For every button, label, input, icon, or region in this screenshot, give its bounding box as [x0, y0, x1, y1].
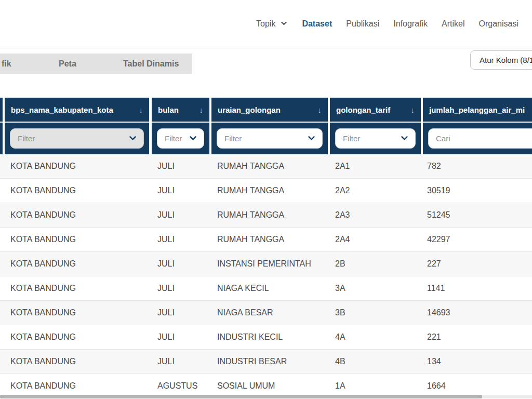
nav-item-infografik[interactable]: Infografik	[393, 19, 428, 29]
tab-grafik[interactable]: fik	[2, 54, 11, 74]
nav-item-artikel[interactable]: Artikel	[442, 19, 464, 29]
nav-item-dataset[interactable]: Dataset	[302, 19, 332, 29]
tab-tabel-dinamis[interactable]: Tabel Dinamis	[123, 54, 179, 74]
table-row: KOTA BANDUNGJULINIAGA KECIL3A1141	[0, 276, 532, 301]
filter-dropdown-kabupaten-kota[interactable]: Filter	[10, 128, 144, 149]
column-header-label: bps_nama_kabupaten_kota	[11, 105, 113, 114]
nav-item-label: Topik	[256, 19, 275, 29]
view-tabbar: fik Peta Tabel Dinamis	[0, 54, 192, 74]
nav-item-label: Dataset	[302, 19, 332, 29]
table-cell: KOTA BANDUNG	[0, 203, 152, 227]
chevron-down-icon	[307, 134, 316, 144]
table-cell: 2A2	[330, 179, 423, 203]
sort-descending-icon[interactable]: ↓	[318, 105, 322, 114]
chevron-down-icon	[280, 19, 288, 29]
column-header-uraian-golongan[interactable]: uraian_golongan ↓	[211, 98, 328, 122]
table-cell: JULI	[152, 154, 211, 178]
column-header-label: golongan_tarif	[336, 105, 390, 114]
nav-item-label: Infografik	[393, 19, 428, 29]
sort-descending-icon[interactable]: ↓	[139, 105, 143, 114]
table-cell: 51245	[423, 203, 532, 227]
dataset-page: Topik Dataset Publikasi Infografik Artik…	[0, 0, 532, 399]
table-cell: KOTA BANDUNG	[0, 154, 152, 178]
table-cell: 3A	[330, 276, 423, 300]
table-cell: JULI	[152, 252, 211, 276]
table-row: KOTA BANDUNGJULIRUMAH TANGGA2A230519	[0, 179, 532, 203]
filter-placeholder: Filter	[343, 134, 360, 143]
table-cell: 221	[423, 325, 532, 349]
table-cell: JULI	[152, 301, 211, 325]
sort-descending-icon[interactable]: ↓	[200, 105, 204, 114]
filter-placeholder: Filter	[165, 134, 182, 143]
table-header-cell-clipped	[0, 98, 3, 122]
horizontal-scrollbar-track[interactable]	[0, 395, 532, 398]
table-cell: 782	[423, 154, 532, 178]
table-cell: NIAGA KECIL	[211, 276, 330, 300]
table-cell: 134	[423, 350, 532, 374]
table-cell: INDUSTRI KECIL	[211, 325, 330, 349]
table-row: KOTA BANDUNGJULIINSTANSI PEMERINTAH2B227	[0, 252, 532, 276]
table-body: KOTA BANDUNGJULIRUMAH TANGGA2A1782KOTA B…	[0, 154, 532, 398]
table-cell: 2B	[330, 252, 423, 276]
table-row: KOTA BANDUNGJULINIAGA BESAR3B14693	[0, 301, 532, 325]
table-cell: JULI	[152, 276, 211, 300]
table-cell: KOTA BANDUNG	[0, 276, 152, 300]
column-header-bulan[interactable]: bulan ↓	[152, 98, 209, 122]
table-cell: NIAGA BESAR	[211, 301, 330, 325]
filter-cell-clipped	[0, 123, 3, 154]
nav-item-publikasi[interactable]: Publikasi	[346, 19, 379, 29]
table-cell: JULI	[152, 350, 211, 374]
search-input-jumlah-pelanggan[interactable]	[428, 128, 532, 149]
table-cell: 3B	[330, 301, 423, 325]
table-cell: KOTA BANDUNG	[0, 179, 152, 203]
nav-divider	[0, 48, 532, 48]
column-header-bps-nama-kabupaten-kota[interactable]: bps_nama_kabupaten_kota ↓	[5, 98, 149, 122]
column-header-golongan-tarif[interactable]: golongan_tarif ↓	[330, 98, 421, 122]
filter-dropdown-bulan[interactable]: Filter	[157, 128, 204, 149]
chevron-down-icon	[400, 134, 409, 144]
table-row: KOTA BANDUNGJULIRUMAH TANGGA2A351245	[0, 203, 532, 228]
table-cell: 42297	[423, 228, 532, 251]
sort-descending-icon[interactable]: ↓	[411, 105, 415, 114]
table-cell: 2A4	[330, 228, 423, 251]
top-navigation: Topik Dataset Publikasi Infografik Artik…	[0, 0, 518, 48]
nav-item-organisasi[interactable]: Organisasi	[479, 19, 518, 29]
filter-placeholder: Filter	[18, 134, 35, 143]
table-cell: 2A1	[330, 154, 423, 178]
horizontal-scrollbar-thumb[interactable]	[0, 395, 482, 398]
table-cell: JULI	[152, 325, 211, 349]
chevron-down-icon	[189, 134, 197, 144]
column-header-jumlah-pelanggan-air[interactable]: jumlah_pelanggan_air_mi	[423, 98, 532, 122]
column-header-label: bulan	[158, 105, 179, 114]
tab-peta[interactable]: Peta	[59, 54, 76, 74]
table-cell: JULI	[152, 228, 211, 251]
column-header-label: uraian_golongan	[218, 105, 281, 114]
nav-item-label: Organisasi	[479, 19, 518, 29]
table-cell: RUMAH TANGGA	[211, 203, 330, 227]
table-row: KOTA BANDUNGJULIINDUSTRI BESAR4B134	[0, 350, 532, 374]
table-cell: KOTA BANDUNG	[0, 350, 152, 374]
table-row: KOTA BANDUNGJULIRUMAH TANGGA2A1782	[0, 154, 532, 179]
table-cell: INSTANSI PEMERINTAH	[211, 252, 330, 276]
table-cell: 30519	[423, 179, 532, 203]
filter-dropdown-uraian-golongan[interactable]: Filter	[217, 128, 323, 149]
table-cell: 14693	[423, 301, 532, 325]
table-cell: RUMAH TANGGA	[211, 228, 330, 251]
filter-placeholder: Filter	[224, 134, 242, 143]
nav-item-topik[interactable]: Topik	[256, 19, 288, 29]
table-row: KOTA BANDUNGJULIRUMAH TANGGA2A442297	[0, 228, 532, 252]
table-cell: 4A	[330, 325, 423, 349]
table-cell: KOTA BANDUNG	[0, 325, 152, 349]
table-cell: JULI	[152, 179, 211, 203]
filter-dropdown-golongan-tarif[interactable]: Filter	[335, 128, 416, 149]
table-cell: KOTA BANDUNG	[0, 228, 152, 251]
table-cell: RUMAH TANGGA	[211, 179, 330, 203]
nav-item-label: Publikasi	[346, 19, 379, 29]
table-cell: KOTA BANDUNG	[0, 252, 152, 276]
table-row: KOTA BANDUNGJULIINDUSTRI KECIL4A221	[0, 325, 532, 350]
table-cell: RUMAH TANGGA	[211, 154, 330, 178]
table-cell: 227	[423, 252, 532, 276]
table-cell: KOTA BANDUNG	[0, 301, 152, 325]
table-cell: JULI	[152, 203, 211, 227]
atur-kolom-button[interactable]: Atur Kolom (8/1	[470, 50, 532, 70]
